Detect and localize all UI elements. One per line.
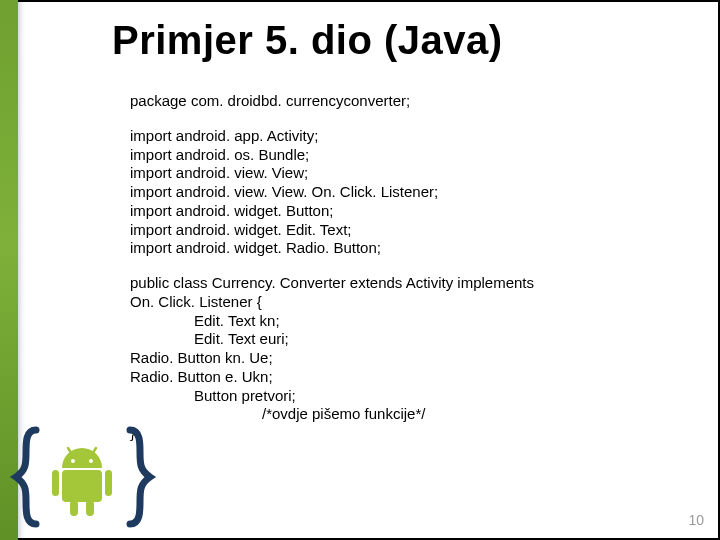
code-import: import android. widget. Radio. Button; [130, 239, 670, 258]
page-number: 10 [688, 512, 704, 528]
svg-point-0 [71, 459, 75, 463]
svg-point-1 [89, 459, 93, 463]
code-body-line: Button pretvori; [130, 387, 670, 406]
svg-rect-6 [105, 470, 112, 496]
svg-rect-7 [70, 500, 78, 516]
code-import: import android. view. View; [130, 164, 670, 183]
slide-frame: Primjer 5. dio (Java) package com. droid… [0, 0, 720, 540]
code-body-line: Edit. Text kn; [130, 312, 670, 331]
svg-rect-5 [52, 470, 59, 496]
svg-rect-4 [62, 470, 102, 502]
page-title: Primjer 5. dio (Java) [112, 18, 503, 63]
code-body-line: Radio. Button e. Ukn; [130, 368, 670, 387]
code-import: import android. widget. Button; [130, 202, 670, 221]
code-import: import android. app. Activity; [130, 127, 670, 146]
code-close-brace: } [130, 424, 670, 443]
code-block: package com. droidbd. currencyconverter;… [130, 92, 670, 443]
code-import: import android. view. View. On. Click. L… [130, 183, 670, 202]
code-body-line: Edit. Text euri; [130, 330, 670, 349]
code-import: import android. widget. Edit. Text; [130, 221, 670, 240]
code-body-line: /*ovdje pišemo funkcije*/ [130, 405, 670, 424]
code-import: import android. os. Bundle; [130, 146, 670, 165]
code-class-decl: public class Currency. Converter extends… [130, 274, 670, 293]
svg-rect-8 [86, 500, 94, 516]
android-brace-icon [8, 422, 158, 532]
code-body-line: Radio. Button kn. Ue; [130, 349, 670, 368]
code-class-decl: On. Click. Listener { [130, 293, 670, 312]
code-package: package com. droidbd. currencyconverter; [130, 92, 670, 111]
